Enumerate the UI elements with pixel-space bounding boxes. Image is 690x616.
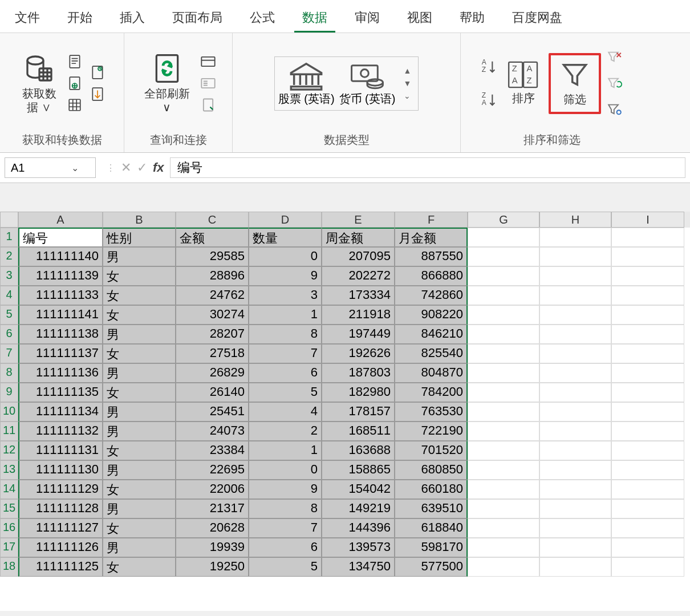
cell-F10[interactable]: 763530 xyxy=(395,402,468,422)
cell-I10[interactable] xyxy=(611,402,684,422)
from-table-icon[interactable] xyxy=(66,96,84,114)
sort-asc-icon[interactable]: AZ xyxy=(480,58,498,76)
col-header-G[interactable]: G xyxy=(468,212,539,228)
cell-B16[interactable]: 女 xyxy=(103,518,176,538)
cell-F9[interactable]: 784200 xyxy=(395,383,468,402)
row-header-1[interactable]: 1 xyxy=(0,228,18,247)
cell-I2[interactable] xyxy=(611,247,684,266)
cell-A16[interactable]: 111111127 xyxy=(18,518,103,538)
cell-A8[interactable]: 111111136 xyxy=(18,363,103,383)
cell-E8[interactable]: 187803 xyxy=(322,363,395,383)
row-header-5[interactable]: 5 xyxy=(0,305,18,325)
cell-D16[interactable]: 7 xyxy=(249,518,322,538)
name-box-dropdown-icon[interactable]: ⌄ xyxy=(68,163,82,173)
row-header-10[interactable]: 10 xyxy=(0,402,18,422)
cell-F15[interactable]: 639510 xyxy=(395,499,468,518)
row-header-18[interactable]: 18 xyxy=(0,557,18,577)
cell-C1[interactable]: 金额 xyxy=(176,228,249,247)
cell-E9[interactable]: 182980 xyxy=(322,383,395,402)
cell-B14[interactable]: 女 xyxy=(103,480,176,499)
cell-H12[interactable] xyxy=(539,441,611,460)
cell-C13[interactable]: 22695 xyxy=(176,460,249,480)
cell-G3[interactable] xyxy=(468,266,539,286)
cell-B17[interactable]: 男 xyxy=(103,538,176,557)
cell-C4[interactable]: 24762 xyxy=(176,286,249,305)
cell-H3[interactable] xyxy=(539,266,611,286)
recent-sources-icon[interactable] xyxy=(88,63,107,82)
cell-G13[interactable] xyxy=(468,460,539,480)
cell-F18[interactable]: 577500 xyxy=(395,557,468,577)
cell-F16[interactable]: 618840 xyxy=(395,518,468,538)
cell-B7[interactable]: 女 xyxy=(103,344,176,363)
cell-G2[interactable] xyxy=(468,247,539,266)
cell-G4[interactable] xyxy=(468,286,539,305)
cell-A7[interactable]: 111111137 xyxy=(18,344,103,363)
cell-B8[interactable]: 男 xyxy=(103,363,176,383)
cell-H2[interactable] xyxy=(539,247,611,266)
cell-G18[interactable] xyxy=(468,557,539,577)
cell-H9[interactable] xyxy=(539,383,611,402)
cell-H17[interactable] xyxy=(539,538,611,557)
row-header-4[interactable]: 4 xyxy=(0,286,18,305)
cell-A12[interactable]: 111111131 xyxy=(18,441,103,460)
row-header-6[interactable]: 6 xyxy=(0,325,18,344)
cell-A13[interactable]: 111111130 xyxy=(18,460,103,480)
cell-F11[interactable]: 722190 xyxy=(395,422,468,441)
cell-E1[interactable]: 周金额 xyxy=(322,228,395,247)
cell-D1[interactable]: 数量 xyxy=(249,228,322,247)
cell-A11[interactable]: 111111132 xyxy=(18,422,103,441)
cell-G5[interactable] xyxy=(468,305,539,325)
col-header-B[interactable]: B xyxy=(103,212,176,228)
cell-B4[interactable]: 女 xyxy=(103,286,176,305)
row-header-3[interactable]: 3 xyxy=(0,266,18,286)
cell-H1[interactable] xyxy=(539,228,611,247)
cell-C11[interactable]: 24073 xyxy=(176,422,249,441)
cell-F5[interactable]: 908220 xyxy=(395,305,468,325)
cell-F6[interactable]: 846210 xyxy=(395,325,468,344)
cell-D2[interactable]: 0 xyxy=(249,247,322,266)
cell-C6[interactable]: 28207 xyxy=(176,325,249,344)
cell-E14[interactable]: 154042 xyxy=(322,480,395,499)
cell-G17[interactable] xyxy=(468,538,539,557)
cell-I12[interactable] xyxy=(611,441,684,460)
spreadsheet-grid[interactable]: ABCDEFGHI 1编号性别金额数量周金额月金额2111111140男2958… xyxy=(0,212,690,611)
cell-G14[interactable] xyxy=(468,480,539,499)
cell-A4[interactable]: 111111133 xyxy=(18,286,103,305)
cell-I11[interactable] xyxy=(611,422,684,441)
cell-D13[interactable]: 0 xyxy=(249,460,322,480)
menu-item-4[interactable]: 公式 xyxy=(242,5,283,33)
cell-D8[interactable]: 6 xyxy=(249,363,322,383)
enter-icon[interactable]: ✓ xyxy=(137,160,147,175)
cell-C12[interactable]: 23384 xyxy=(176,441,249,460)
col-header-F[interactable]: F xyxy=(395,212,468,228)
menu-item-8[interactable]: 帮助 xyxy=(452,5,493,33)
cell-C15[interactable]: 21317 xyxy=(176,499,249,518)
cell-H4[interactable] xyxy=(539,286,611,305)
cell-A9[interactable]: 111111135 xyxy=(18,383,103,402)
cell-C8[interactable]: 26829 xyxy=(176,363,249,383)
menu-item-1[interactable]: 开始 xyxy=(59,5,100,33)
row-header-2[interactable]: 2 xyxy=(0,247,18,266)
cell-A2[interactable]: 111111140 xyxy=(18,247,103,266)
cell-F3[interactable]: 866880 xyxy=(395,266,468,286)
cell-I4[interactable] xyxy=(611,286,684,305)
cell-G10[interactable] xyxy=(468,402,539,422)
cell-H10[interactable] xyxy=(539,402,611,422)
cell-H7[interactable] xyxy=(539,344,611,363)
cell-H13[interactable] xyxy=(539,460,611,480)
cell-E15[interactable]: 149219 xyxy=(322,499,395,518)
cell-A3[interactable]: 111111139 xyxy=(18,266,103,286)
from-web-icon[interactable] xyxy=(66,74,84,92)
sort-button[interactable]: ZAAZ 排序 xyxy=(503,59,544,108)
cell-B13[interactable]: 男 xyxy=(103,460,176,480)
refresh-all-button[interactable]: 全部刷新 ∨ xyxy=(140,50,194,116)
chevron-down-icon[interactable]: ▼ xyxy=(403,79,411,88)
properties-icon[interactable] xyxy=(199,74,217,92)
cell-I8[interactable] xyxy=(611,363,684,383)
col-header-E[interactable]: E xyxy=(322,212,395,228)
clear-filter-icon[interactable] xyxy=(606,48,624,66)
col-header-D[interactable]: D xyxy=(249,212,322,228)
cell-E13[interactable]: 158865 xyxy=(322,460,395,480)
cell-C3[interactable]: 28896 xyxy=(176,266,249,286)
cell-E6[interactable]: 197449 xyxy=(322,325,395,344)
